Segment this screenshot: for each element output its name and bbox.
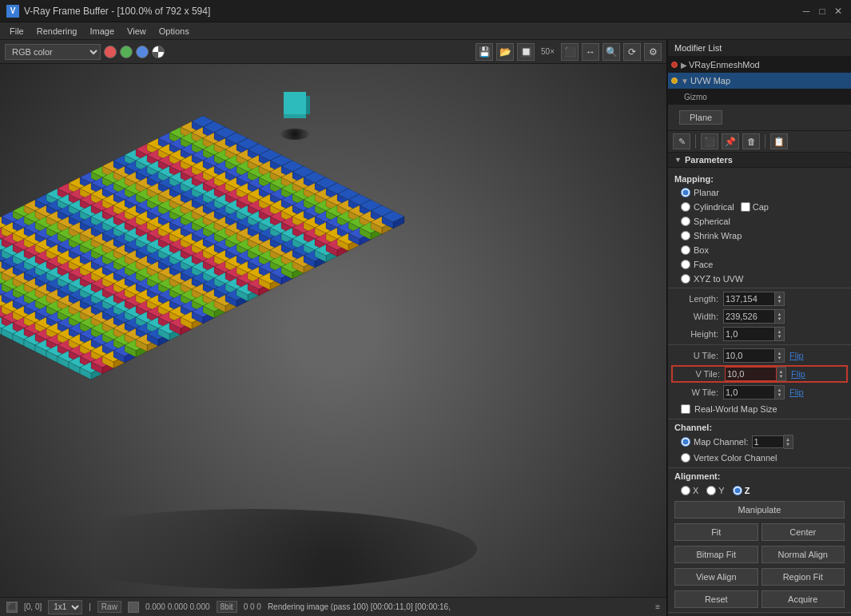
cap-checkbox[interactable] bbox=[741, 202, 750, 212]
normal-align-button[interactable]: Normal Align bbox=[762, 546, 845, 563]
width-label: Width: bbox=[674, 312, 718, 321]
settings-button[interactable]: ⚙ bbox=[644, 43, 662, 61]
align-y-option: Y bbox=[706, 486, 724, 495]
reset-button[interactable]: Reset bbox=[674, 590, 758, 608]
acquire-button[interactable]: Acquire bbox=[762, 590, 845, 608]
width-row: Width: ▲ ▼ bbox=[668, 308, 851, 325]
expand-vray[interactable]: ▶ bbox=[681, 61, 687, 70]
view-align-button[interactable]: View Align bbox=[674, 568, 758, 586]
height-input[interactable] bbox=[723, 327, 775, 341]
reset-acquire-row: Reset Acquire bbox=[668, 588, 851, 610]
blue-channel-btn[interactable] bbox=[136, 46, 149, 58]
length-spinner[interactable]: ▲ ▼ bbox=[775, 292, 785, 306]
menu-image[interactable]: Image bbox=[84, 25, 121, 38]
divider5 bbox=[668, 612, 851, 613]
radio-planar[interactable] bbox=[681, 188, 690, 197]
radio-spherical-row: Spherical bbox=[668, 214, 851, 229]
map-channel-input[interactable] bbox=[752, 435, 784, 448]
copy-tool-btn[interactable]: 📋 bbox=[770, 133, 788, 149]
close-button[interactable]: ✕ bbox=[832, 5, 845, 18]
color-select[interactable]: RGB color bbox=[5, 44, 101, 60]
modifier-item-uwv[interactable]: ▼ UVW Map bbox=[668, 73, 851, 89]
label-planar: Planar bbox=[694, 188, 719, 197]
utile-spinner[interactable]: ▲ ▼ bbox=[775, 348, 785, 363]
save-button[interactable]: 💾 bbox=[475, 43, 493, 61]
zoom-in-button[interactable]: 🔍 bbox=[602, 43, 620, 61]
params-content: Mapping: Planar Cylindrical Cap bbox=[668, 168, 851, 616]
height-spinner[interactable]: ▲ ▼ bbox=[775, 327, 785, 341]
history-button[interactable]: ⟳ bbox=[623, 43, 641, 61]
radio-align-x[interactable] bbox=[681, 486, 690, 495]
label-shrinkwrap: Shrink Wrap bbox=[694, 231, 742, 240]
modifier-item-vray[interactable]: ▶ VRayEnmeshMod bbox=[668, 57, 851, 73]
render-region-btn[interactable]: ⬛ bbox=[561, 43, 579, 61]
manipulate-button[interactable]: Manipulate bbox=[674, 501, 845, 519]
window-title: V-Ray Frame Buffer - [100.0% of 792 x 59… bbox=[24, 6, 800, 17]
length-input[interactable] bbox=[723, 292, 775, 306]
pan-button[interactable]: ↔ bbox=[582, 43, 599, 61]
delete-tool-btn[interactable]: 🗑 bbox=[742, 133, 760, 149]
color-values: 0.000 0.000 0.000 bbox=[145, 602, 210, 611]
radio-box[interactable] bbox=[681, 245, 690, 255]
wtile-input[interactable] bbox=[723, 385, 775, 399]
fit-center-row: Fit Center bbox=[668, 521, 851, 543]
green-channel-btn[interactable] bbox=[120, 46, 133, 58]
color-swatch bbox=[128, 602, 139, 613]
bit-depth-label[interactable]: 8bit bbox=[217, 601, 237, 613]
utile-input[interactable] bbox=[723, 348, 775, 363]
menu-rendering[interactable]: Rendering bbox=[30, 25, 84, 38]
length-row: Length: ▲ ▼ bbox=[668, 290, 851, 308]
radio-xyz[interactable] bbox=[681, 274, 690, 284]
red-channel-btn[interactable] bbox=[104, 46, 117, 58]
bitmap-fit-button[interactable]: Bitmap Fit bbox=[674, 546, 758, 563]
expand-uwv[interactable]: ▼ bbox=[681, 77, 689, 85]
radio-shrinkwrap[interactable] bbox=[681, 231, 690, 240]
modifier-name-gizmo: Gizmo bbox=[684, 93, 848, 101]
fit-button[interactable]: Fit bbox=[674, 523, 758, 541]
menu-options[interactable]: Options bbox=[153, 25, 196, 38]
label-spherical: Spherical bbox=[694, 217, 730, 226]
radio-align-y[interactable] bbox=[706, 486, 716, 495]
radio-cylindrical[interactable] bbox=[681, 202, 690, 212]
minimize-button[interactable]: ─ bbox=[800, 5, 813, 18]
radio-spherical[interactable] bbox=[681, 217, 690, 226]
configure-tool-btn[interactable]: ⬛ bbox=[701, 133, 718, 149]
paint-tool-btn[interactable]: ✎ bbox=[673, 133, 690, 149]
multiplier-select[interactable]: 1x1 bbox=[48, 600, 82, 614]
pin-tool-btn[interactable]: 📌 bbox=[722, 133, 739, 149]
alpha-channel-btn[interactable] bbox=[152, 46, 165, 58]
real-world-checkbox[interactable] bbox=[681, 404, 690, 414]
vtile-spinner[interactable]: ▲ ▼ bbox=[777, 367, 786, 381]
section-header-params[interactable]: ▼ Parameters bbox=[668, 153, 851, 168]
region-fit-button[interactable]: Region Fit bbox=[762, 568, 845, 586]
status-menu-btn[interactable]: ≡ bbox=[655, 602, 660, 611]
label-xyz: XYZ to UVW bbox=[694, 274, 743, 284]
clear-button[interactable]: 🔲 bbox=[517, 43, 535, 61]
modifier-item-gizmo[interactable]: Gizmo bbox=[668, 89, 851, 105]
maximize-button[interactable]: □ bbox=[816, 5, 829, 18]
menu-view[interactable]: View bbox=[121, 25, 153, 38]
vtile-input[interactable] bbox=[725, 367, 777, 381]
channel-spinner[interactable]: ▲ ▼ bbox=[784, 435, 793, 449]
radio-vertex-color[interactable] bbox=[681, 453, 690, 463]
center-button[interactable]: Center bbox=[762, 523, 845, 541]
menu-file[interactable]: File bbox=[3, 25, 30, 38]
length-label: Length: bbox=[674, 294, 718, 304]
radio-shrinkwrap-row: Shrink Wrap bbox=[668, 229, 851, 243]
utile-flip[interactable]: Flip bbox=[789, 351, 804, 360]
wtile-flip[interactable]: Flip bbox=[789, 387, 804, 397]
width-spinner[interactable]: ▲ ▼ bbox=[775, 309, 785, 324]
section-title: Parameters bbox=[685, 155, 733, 165]
divider2 bbox=[668, 344, 851, 345]
modifier-name-uwv: UVW Map bbox=[690, 76, 848, 85]
vtile-flip[interactable]: Flip bbox=[791, 369, 805, 379]
wtile-spinner[interactable]: ▲ ▼ bbox=[775, 385, 785, 399]
width-input[interactable] bbox=[723, 309, 775, 324]
fb-toolbar: RGB color 💾 📂 🔲 50× ⬛ ↔ 🔍 ⟳ ⚙ bbox=[0, 40, 666, 64]
plane-button[interactable]: Plane bbox=[679, 110, 722, 125]
open-button[interactable]: 📂 bbox=[496, 43, 514, 61]
radio-align-z[interactable] bbox=[733, 486, 742, 495]
pipe1: | bbox=[89, 602, 91, 611]
radio-face[interactable] bbox=[681, 260, 690, 269]
radio-map-channel[interactable] bbox=[681, 437, 690, 447]
